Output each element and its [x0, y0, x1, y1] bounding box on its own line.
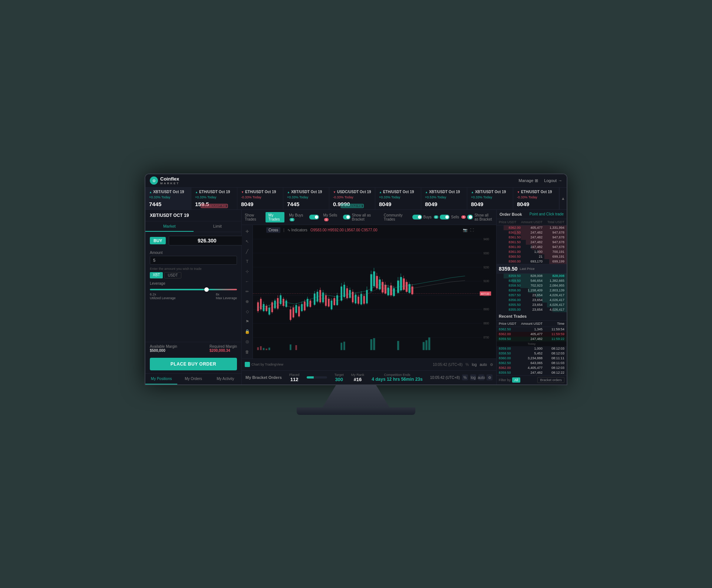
bracket-auto-btn[interactable]: auto [478, 374, 484, 380]
filter-all-btn[interactable]: All [512, 377, 520, 383]
indicators-button[interactable]: ∿ Indicators [287, 228, 307, 232]
marker-tool[interactable]: ◇ [244, 308, 251, 315]
ticker-arrow-3 [287, 190, 290, 194]
tab-my-positions[interactable]: My Positions [145, 374, 177, 384]
ob-buy-row[interactable]: 8358.00 1,158,409 2,803,139 [497, 288, 567, 293]
my-buys-toggle[interactable] [309, 215, 319, 219]
cross-button[interactable]: Cross [266, 227, 280, 233]
community-buys-toggle[interactable]: Buys 8 [412, 215, 439, 219]
filter-bracket-btn[interactable]: Bracket orders [537, 377, 564, 383]
ob-sell-row[interactable]: 8361.00 247,482 947,678 [497, 245, 567, 250]
rt-row[interactable]: 8359.00 1,000 08:12:03 [497, 346, 567, 351]
buy-button[interactable]: BUY [150, 237, 166, 244]
ob-buy-row[interactable]: 8359.50 546,654 1,382,665 [497, 278, 567, 283]
leverage-used-label: Utilized Leverage [150, 296, 176, 300]
trend-tool[interactable]: ╱ [244, 248, 251, 255]
tab-market[interactable]: Market [145, 221, 194, 232]
bracket-pill[interactable] [343, 215, 350, 219]
measure-tool[interactable]: ⊹ [244, 268, 251, 275]
my-trades-tab[interactable]: My Trades [266, 212, 284, 222]
rt-row[interactable]: 8362.50 1,345 11:59:54 [497, 327, 567, 332]
flag-tool[interactable]: ⚑ [244, 318, 251, 325]
lock-tool[interactable]: 🔒 [244, 328, 251, 335]
rt-row[interactable]: 8359.50 247,482 11:59:22 [497, 337, 567, 341]
rt-price-4: 8359.00 [499, 347, 521, 350]
manage-button[interactable]: Manage ⊞ [519, 178, 538, 183]
ticker-item-4[interactable]: USDC/USDT Oct 19 -0.33% Today 0.9990 OVE… [329, 188, 375, 209]
rt-row[interactable]: 8359.50 247,482 08:12:22 [497, 370, 567, 375]
fullscreen-icon[interactable]: ⛶ [470, 228, 474, 232]
zoom-tool[interactable]: ⊕ [244, 298, 251, 305]
my-sells-tab[interactable]: My Sells 5 [320, 212, 342, 222]
ob-buy-row[interactable]: 8356.00 23,654 4,026,417 [497, 298, 567, 303]
ticker-item-7[interactable]: XBT/USDT Oct 19 +0.33% Today 8049 [467, 188, 513, 209]
ob-sell-row[interactable]: 8361.50 247,482 947,678 [497, 240, 567, 245]
point-click-tab[interactable]: Point and Click trade [530, 212, 564, 216]
svg-rect-124 [263, 348, 265, 350]
ticker-item-3[interactable]: XBT/USDT Oct 19 +0.33% Today 7445 [283, 188, 329, 209]
my-buys-tab[interactable]: My Buys 8 [286, 212, 307, 222]
place-order-button[interactable]: PLACE BUY ORDER [150, 358, 237, 370]
logout-button[interactable]: Logout → [544, 178, 562, 183]
ob-sell-row[interactable]: 8361.50 247,482 947,678 [497, 230, 567, 235]
tab-my-activity[interactable]: My Activity [210, 374, 241, 384]
ob-buy-row[interactable]: 8359.50 828,008 828,008 [497, 274, 567, 278]
ticker-item-5[interactable]: ETH/USDT Oct 19 +0.33% Today 8049 [375, 188, 421, 209]
leverage-thumb[interactable] [204, 287, 209, 292]
settings-icon[interactable]: ⚙ [490, 363, 493, 367]
community-bracket-toggle[interactable]: Show all as Bracket [467, 213, 493, 221]
rt-row[interactable]: 8360.00 3,234,888 08:11:11 [497, 356, 567, 361]
community-sells-pill[interactable] [440, 215, 449, 219]
tab-my-orders[interactable]: My Orders [177, 374, 209, 384]
currency-xbt-btn[interactable]: XBT [150, 272, 163, 278]
tab-limit[interactable]: Limit [194, 221, 242, 232]
leverage-slider[interactable] [150, 289, 237, 290]
ticker-change-5: +0.33% Today [379, 195, 417, 199]
eye-tool[interactable]: ◎ [244, 338, 251, 345]
price-input[interactable] [169, 236, 245, 245]
rt-time-5: 08:12:03 [543, 351, 564, 355]
community-sells-toggle[interactable]: Sells 5 [440, 215, 466, 219]
amount-input[interactable] [150, 256, 237, 265]
ob-sell-row[interactable]: 8360.50 21 699,191 [497, 254, 567, 259]
rt-row[interactable]: 8362.50 643,065 08:11:03 [497, 361, 567, 366]
ob-buy-row[interactable]: 8355.00 23,654 4,026,417 [497, 307, 567, 312]
screenshot-icon[interactable]: 📷 [463, 228, 467, 232]
trash-tool[interactable]: 🗑 [244, 348, 251, 355]
ticker-item-1[interactable]: ETH/USDT Oct 19 +0.33% Today 159.5 OVERB… [191, 188, 237, 209]
my-buys-pill[interactable] [309, 215, 319, 219]
ob-sell-price-4: 8361.50 [499, 240, 521, 244]
show-bracket-toggle[interactable]: Show all as Bracket [343, 213, 376, 221]
bracket-percent-btn[interactable]: % [462, 374, 468, 380]
rt-row[interactable]: 8358.50 5,452 08:12:03 [497, 351, 567, 356]
ticker-item-2[interactable]: ETH/USDT Oct 19 -0.33% Today 8049 [237, 188, 283, 209]
bracket-log-btn[interactable]: log [470, 374, 476, 380]
ob-buy-row[interactable]: 8357.50 23,654 4,026,417 [497, 293, 567, 298]
crosshair-tool[interactable]: ✛ [244, 228, 251, 235]
ticker-collapse-button[interactable]: ▲ [559, 188, 567, 209]
rt-amount-1: 1,345 [521, 327, 543, 331]
recent-trades-columns: Price USDT Amount USDT Time [497, 321, 567, 327]
cursor-tool[interactable]: ↖ [244, 238, 251, 245]
ticker-item-8[interactable]: ETH/USDT Oct 19 -0.33% Today 8049 [513, 188, 559, 209]
rt-row[interactable]: 8362.00 4,405,477 08:12:03 [497, 366, 567, 370]
ob-buy-row[interactable]: 8358.50 702,923 2,084,955 [497, 283, 567, 288]
ticker-item-6[interactable]: XBT/USDT Oct 19 +0.53% Today 8049 [421, 188, 467, 209]
pencil-tool[interactable]: ✏ [244, 288, 251, 295]
ob-sell-row[interactable]: 8360.00 693,170 699,199 [497, 259, 567, 264]
arrow-tool[interactable]: ← [244, 278, 251, 285]
ob-sell-row[interactable]: 8362.00 405,477 1,331,994 [497, 225, 567, 230]
auto-button[interactable]: auto [480, 363, 487, 367]
community-bracket-pill[interactable] [467, 215, 473, 219]
rt-row[interactable]: 8362.00 405,477 11:59:59 [497, 332, 567, 337]
ob-buy-row[interactable]: 8355.50 23,654 4,026,417 [497, 303, 567, 307]
bracket-target: Target 300 [334, 373, 344, 382]
ticker-item-0[interactable]: XBT/USDT Oct 19 +0.33% Today 7445 [145, 188, 191, 209]
ob-sell-row[interactable]: 8361.00 1,000 700,191 [497, 250, 567, 254]
community-buys-pill[interactable] [412, 215, 422, 219]
currency-usdt-btn[interactable]: USDT [164, 272, 181, 278]
text-tool[interactable]: T [244, 258, 251, 265]
log-button[interactable]: log [472, 363, 477, 367]
bracket-settings-btn[interactable]: ⚙ [487, 374, 492, 380]
ob-sell-row[interactable]: 8361.50 247,482 947,678 [497, 235, 567, 240]
